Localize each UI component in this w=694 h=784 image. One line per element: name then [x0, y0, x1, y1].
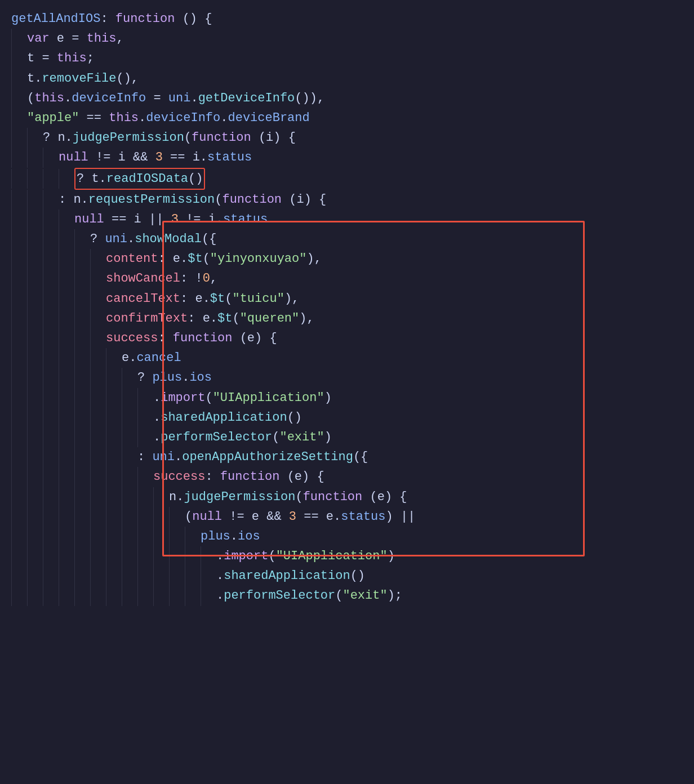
indent-guide: [74, 467, 90, 487]
token: this: [87, 29, 117, 48]
token: .: [139, 108, 146, 128]
token: (: [295, 487, 302, 507]
token: e: [122, 348, 129, 368]
token: .: [210, 309, 217, 328]
indent-guide: [59, 408, 74, 427]
indent-guide: [59, 388, 74, 408]
indent-guide: [43, 427, 59, 447]
indent-guide: [153, 586, 169, 605]
indent-guide: [122, 507, 137, 527]
indent-guide: [59, 289, 74, 309]
indent-guide: [169, 566, 185, 586]
code-line: confirmText: e.$t("queren"),: [11, 309, 683, 328]
token: .: [65, 128, 73, 148]
indent-guide: [27, 309, 43, 328]
token: function: [192, 128, 251, 148]
token: status: [207, 148, 252, 167]
token: confirmText: [106, 309, 188, 328]
code-line: cancelText: e.$t("tuicu"),: [11, 289, 683, 309]
token: (): [287, 408, 302, 427]
indent-guide: [201, 586, 216, 605]
token: =: [146, 88, 168, 108]
indent-guide: [137, 546, 153, 566]
token: :: [180, 289, 195, 309]
token: ): [388, 546, 395, 566]
token: t: [91, 172, 99, 186]
token: :: [205, 467, 220, 487]
indent-guide: [27, 408, 43, 427]
indent-guide: [27, 546, 43, 566]
indent-guide: [90, 447, 106, 467]
indent-guide: [106, 586, 122, 605]
token: ==: [79, 108, 109, 128]
indent-guide: [59, 269, 74, 288]
token: function: [303, 487, 363, 507]
indent-guide: [27, 210, 43, 229]
indent-guide: [122, 487, 137, 507]
token: :: [59, 190, 73, 210]
indent-guide: [122, 447, 137, 467]
indent-guide: [27, 190, 43, 210]
token: $t: [188, 249, 202, 269]
indent-guide: [27, 269, 43, 288]
indent-guide: [74, 507, 90, 527]
token: ({: [202, 229, 216, 249]
indent-guide: [106, 388, 122, 408]
token: function: [222, 190, 282, 210]
indent-guide: [59, 169, 74, 189]
token: != e &&: [222, 507, 289, 527]
token: .: [99, 172, 106, 186]
token: function: [220, 467, 280, 487]
token: showCancel: [106, 269, 180, 288]
indent-guide: [185, 586, 201, 605]
indent-guide: [43, 249, 59, 269]
indent-guide: [106, 546, 122, 566]
indent-guide: [59, 210, 74, 229]
token: (e) {: [362, 487, 407, 507]
token: uni: [168, 88, 191, 108]
token: :: [158, 328, 172, 348]
code-line: (null != e && 3 == e.status) ||: [11, 507, 683, 527]
token: (: [225, 289, 232, 309]
indent-guide: [90, 348, 106, 368]
token: "yinyonxuyao": [210, 249, 307, 269]
token: t =: [27, 48, 57, 68]
code-line: var e = this,: [11, 29, 683, 48]
code-editor: getAllAndIOS: function () { var e = this…: [11, 9, 683, 606]
token: ): [324, 427, 332, 447]
indent-guide: [43, 309, 59, 328]
indent-guide: [106, 368, 122, 387]
indent-guide: [90, 328, 106, 348]
indent-guide: [137, 566, 153, 586]
indent-guide: [137, 487, 153, 507]
indent-guide: [11, 128, 27, 148]
indent-guide: [27, 148, 43, 167]
indent-guide: [11, 169, 27, 189]
indent-guide: [122, 427, 137, 447]
token: ): [324, 388, 332, 408]
indent-guide: [27, 368, 43, 387]
indent-guide: [43, 447, 59, 467]
indent-guide: [43, 210, 59, 229]
indent-guide: [59, 309, 74, 328]
token: n: [57, 128, 65, 148]
indent-guide: [11, 447, 27, 467]
token: t: [27, 69, 34, 88]
token: .: [64, 88, 72, 108]
indent-guide: [11, 388, 27, 408]
token: success: [153, 467, 205, 487]
token: (: [272, 427, 279, 447]
indent-guide: [27, 388, 43, 408]
token: :: [100, 9, 115, 29]
indent-guide: [90, 427, 106, 447]
indent-guide: [90, 269, 106, 288]
token: :: [188, 309, 202, 328]
indent-guide: [122, 388, 137, 408]
indent-guide: [11, 507, 27, 527]
indent-guide: [11, 586, 27, 605]
indent-guide: [122, 566, 137, 586]
indent-guide: [43, 229, 59, 249]
token: ,: [210, 269, 217, 288]
token: == i ||: [104, 210, 171, 229]
token: deviceInfo: [72, 88, 146, 108]
